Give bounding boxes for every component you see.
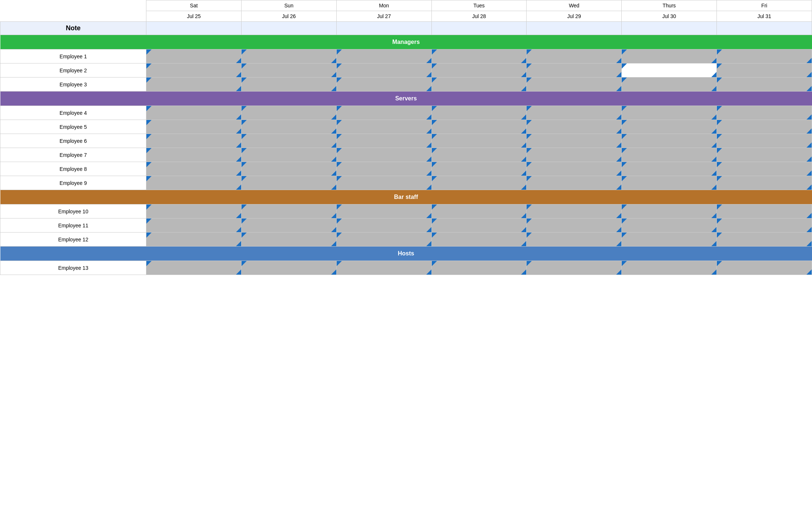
shift-cell[interactable] [622, 106, 717, 120]
shift-cell[interactable] [146, 78, 242, 92]
shift-cell[interactable] [146, 162, 242, 176]
shift-cell[interactable] [242, 204, 337, 218]
shift-cell[interactable] [717, 120, 812, 134]
shift-cell[interactable] [622, 49, 717, 63]
shift-cell[interactable] [146, 106, 242, 120]
shift-cell[interactable] [336, 63, 431, 78]
shift-cell[interactable] [622, 218, 717, 233]
shift-cell[interactable] [527, 63, 622, 78]
shift-cell[interactable] [717, 134, 812, 148]
shift-cell[interactable] [622, 120, 717, 134]
shift-cell[interactable] [242, 233, 337, 247]
note-cell-mon[interactable] [336, 22, 431, 35]
shift-cell[interactable] [527, 218, 622, 233]
shift-cell[interactable] [527, 148, 622, 162]
shift-cell[interactable] [717, 49, 812, 63]
shift-cell[interactable] [336, 120, 431, 134]
shift-cell[interactable] [431, 49, 527, 63]
note-cell-sun[interactable] [242, 22, 337, 35]
shift-cell[interactable] [431, 218, 527, 233]
shift-cell[interactable] [336, 49, 431, 63]
shift-cell[interactable] [242, 63, 337, 78]
shift-cell[interactable] [622, 233, 717, 247]
shift-cell[interactable] [717, 148, 812, 162]
shift-cell[interactable] [242, 176, 337, 190]
shift-cell[interactable] [527, 162, 622, 176]
shift-cell[interactable] [717, 204, 812, 218]
shift-cell[interactable] [717, 233, 812, 247]
shift-cell[interactable] [622, 63, 717, 78]
shift-cell[interactable] [242, 120, 337, 134]
shift-cell[interactable] [336, 106, 431, 120]
corner-flag-bottom-right [331, 227, 336, 232]
shift-cell[interactable] [431, 162, 527, 176]
shift-cell[interactable] [431, 120, 527, 134]
shift-cell[interactable] [431, 78, 527, 92]
shift-cell[interactable] [242, 78, 337, 92]
shift-cell[interactable] [622, 148, 717, 162]
shift-cell[interactable] [717, 176, 812, 190]
shift-cell[interactable] [431, 261, 527, 275]
shift-cell[interactable] [527, 176, 622, 190]
shift-cell[interactable] [146, 120, 242, 134]
corner-flag-bottom-right [426, 156, 431, 162]
shift-cell[interactable] [336, 148, 431, 162]
shift-cell[interactable] [336, 204, 431, 218]
shift-cell[interactable] [527, 78, 622, 92]
shift-cell[interactable] [431, 148, 527, 162]
shift-cell[interactable] [527, 261, 622, 275]
shift-cell[interactable] [242, 261, 337, 275]
note-cell-thurs[interactable] [622, 22, 717, 35]
shift-cell[interactable] [146, 134, 242, 148]
shift-cell[interactable] [146, 261, 242, 275]
shift-cell[interactable] [527, 134, 622, 148]
shift-cell[interactable] [146, 148, 242, 162]
shift-cell[interactable] [146, 49, 242, 63]
shift-cell[interactable] [336, 78, 431, 92]
note-cell-tues[interactable] [431, 22, 527, 35]
shift-cell[interactable] [622, 204, 717, 218]
shift-cell[interactable] [527, 120, 622, 134]
shift-cell[interactable] [717, 106, 812, 120]
shift-cell[interactable] [622, 78, 717, 92]
shift-cell[interactable] [242, 134, 337, 148]
shift-cell[interactable] [717, 63, 812, 78]
shift-cell[interactable] [622, 134, 717, 148]
shift-cell[interactable] [717, 78, 812, 92]
shift-cell[interactable] [242, 162, 337, 176]
shift-cell[interactable] [242, 106, 337, 120]
shift-cell[interactable] [146, 176, 242, 190]
shift-cell[interactable] [146, 63, 242, 78]
shift-cell[interactable] [242, 49, 337, 63]
shift-cell[interactable] [431, 134, 527, 148]
shift-cell[interactable] [336, 261, 431, 275]
shift-cell[interactable] [146, 218, 242, 233]
shift-cell[interactable] [527, 106, 622, 120]
shift-cell[interactable] [146, 204, 242, 218]
shift-cell[interactable] [146, 233, 242, 247]
shift-cell[interactable] [431, 204, 527, 218]
shift-cell[interactable] [242, 148, 337, 162]
shift-cell[interactable] [431, 63, 527, 78]
shift-cell[interactable] [527, 204, 622, 218]
shift-cell[interactable] [242, 218, 337, 233]
shift-cell[interactable] [336, 218, 431, 233]
shift-cell[interactable] [527, 233, 622, 247]
shift-cell[interactable] [431, 233, 527, 247]
shift-cell[interactable] [622, 261, 717, 275]
shift-cell[interactable] [527, 49, 622, 63]
shift-cell[interactable] [336, 162, 431, 176]
note-cell-fri[interactable] [717, 22, 812, 35]
note-cell-sat[interactable] [146, 22, 242, 35]
note-cell-wed[interactable] [527, 22, 622, 35]
shift-cell[interactable] [336, 176, 431, 190]
shift-cell[interactable] [717, 162, 812, 176]
shift-cell[interactable] [336, 134, 431, 148]
shift-cell[interactable] [431, 106, 527, 120]
shift-cell[interactable] [717, 218, 812, 233]
shift-cell[interactable] [336, 233, 431, 247]
shift-cell[interactable] [431, 176, 527, 190]
shift-cell[interactable] [717, 261, 812, 275]
shift-cell[interactable] [622, 162, 717, 176]
shift-cell[interactable] [622, 176, 717, 190]
